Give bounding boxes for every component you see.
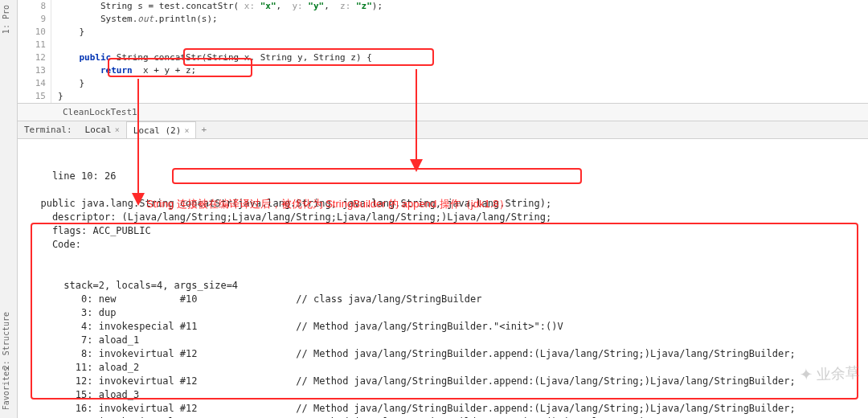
add-terminal-button[interactable]: + <box>196 125 211 135</box>
close-icon[interactable]: × <box>184 126 189 135</box>
terminal-text-header: line 10: 26 public java.lang.String conc… <box>29 170 860 252</box>
terminal-label: Terminal: <box>18 125 79 135</box>
sidebar-tab-project[interactable]: 1: Pro <box>2 5 10 34</box>
terminal-tab-local-2[interactable]: Local (2) × <box>126 121 197 138</box>
sidebar-tab-structure[interactable]: 2: Structure <box>2 312 10 370</box>
terminal-tab-local[interactable]: Local × <box>79 121 126 138</box>
sidebar-tab-favorites[interactable]: Favorites <box>2 367 10 410</box>
terminal-tab-label: Local (2) <box>133 125 182 136</box>
terminal-text-bytecode: stack=2, locals=4, args_size=4 0: new #1… <box>29 279 860 418</box>
watermark-text: 业余草 <box>817 367 861 382</box>
annotation-text: String 连接被在编译译过后，被优化为 StringBuilder 的 ap… <box>146 197 510 211</box>
terminal-tab-label: Local <box>85 125 112 135</box>
tool-window-bar[interactable]: 1: Pro 2: Structure Favorites <box>0 0 18 418</box>
code-editor[interactable]: 89101112131415 String s = test.concatStr… <box>18 0 868 104</box>
terminal-tab-bar: Terminal: Local × Local (2) × + <box>18 121 868 139</box>
code-area[interactable]: String s = test.concatStr( x: "x", y: "y… <box>51 0 868 103</box>
line-number-gutter: 89101112131415 <box>18 0 51 103</box>
wechat-icon: ✦ <box>800 368 814 383</box>
watermark: ✦ 业余草 <box>800 367 861 383</box>
terminal-output[interactable]: line 10: 26 public java.lang.String conc… <box>18 139 868 418</box>
close-icon[interactable]: × <box>115 125 120 134</box>
editor-file-tab[interactable]: CleanLockTest1 <box>18 104 868 121</box>
